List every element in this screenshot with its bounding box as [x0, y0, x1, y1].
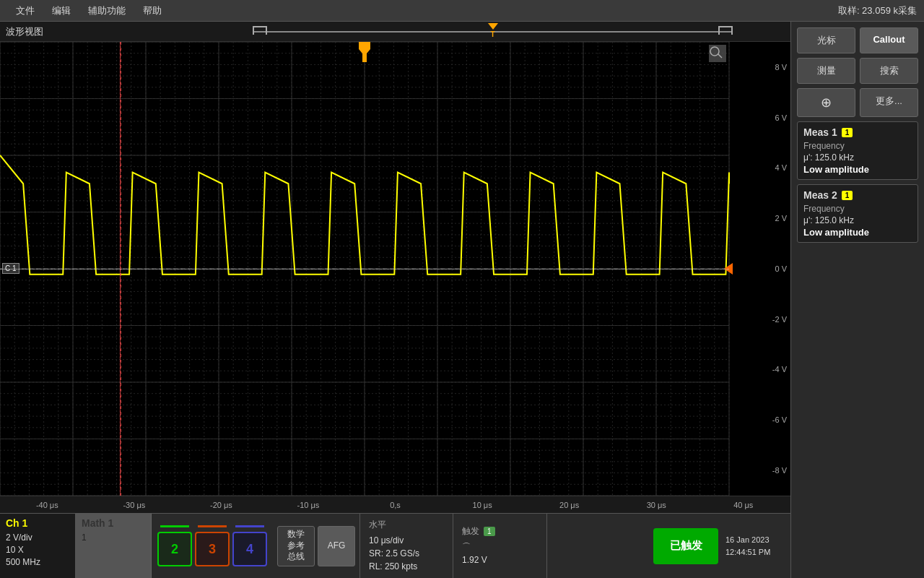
- trigger-header: 触发 1: [462, 525, 538, 538]
- datetime-box: 16 Jan 2023 12:44:51 PM: [718, 514, 790, 578]
- triggered-button[interactable]: 已触发: [653, 528, 718, 564]
- meas1-badge: 1: [842, 128, 853, 137]
- math1-tab[interactable]: Math 1 1: [76, 514, 152, 578]
- horizontal-label: 水平: [369, 519, 444, 531]
- math-ref-bus-button[interactable]: 数学 参考 总线: [277, 526, 315, 566]
- trigger-icon: ⌒: [462, 540, 538, 553]
- ch4-line: [235, 525, 264, 527]
- trigger-label: 触发: [462, 525, 479, 538]
- x-label-0: 0,s: [352, 501, 439, 509]
- menu-auxiliary[interactable]: 辅助功能: [79, 0, 134, 21]
- ch1-bw: 500 MHz: [6, 556, 69, 569]
- search-button[interactable]: 搜索: [860, 58, 918, 84]
- channel-buttons: 2 3 4: [152, 514, 273, 578]
- third-row-buttons: ⊕ 更多...: [797, 88, 918, 117]
- meas1-warn: Low amplitude: [803, 164, 912, 175]
- horizontal-sr: SR: 2.5 GS/s: [369, 547, 444, 560]
- horizontal-info: 水平 10 μs/div SR: 2.5 GS/s RL: 250 kpts: [359, 514, 453, 578]
- afg-button[interactable]: AFG: [318, 526, 355, 566]
- scope-area: 波形视图 T: [0, 22, 790, 578]
- ch1-coupling: 10 X: [6, 544, 69, 556]
- x-label-10: 10 μs: [439, 501, 526, 509]
- ch1-label: Ch 1: [6, 517, 69, 529]
- c1-zero-line: [0, 269, 729, 269]
- ch2-line: [160, 525, 189, 527]
- x-label-n40: -40 μs: [4, 501, 91, 509]
- meas2-badge: 1: [842, 191, 853, 200]
- meas1-panel: Meas 1 1 Frequency μ': 125.0 kHz Low amp…: [797, 121, 918, 180]
- trigger-badge: 1: [484, 527, 495, 536]
- zoom-icon: ⊕: [821, 95, 832, 111]
- right-panel: 光标 Callout 测量 搜索 ⊕ 更多... Meas 1 1 Freque…: [790, 22, 924, 578]
- ch1-vdiv: 2 V/div: [6, 532, 69, 544]
- waveform-title: 波形视图: [6, 25, 43, 38]
- menu-bar: 文件 编辑 辅助功能 帮助 取样: 23.059 k采集: [0, 0, 924, 22]
- ch2-button[interactable]: 2: [157, 532, 192, 566]
- ch3-line: [198, 525, 227, 527]
- math1-label: Math 1: [82, 517, 145, 529]
- more-button[interactable]: 更多...: [860, 88, 918, 117]
- waveform-header: 波形视图 T: [0, 22, 790, 42]
- x-label-30: 30 μs: [613, 501, 700, 509]
- ch1-tab[interactable]: Ch 1 2 V/div 10 X 500 MHz: [0, 514, 76, 578]
- menu-file[interactable]: 文件: [7, 0, 43, 21]
- cursor-button[interactable]: 光标: [797, 27, 855, 53]
- channel-tabs: Ch 1 2 V/div 10 X 500 MHz Math 1 1 2: [0, 513, 790, 578]
- x-label-n20: -20 μs: [178, 501, 265, 509]
- menu-help[interactable]: 帮助: [134, 0, 170, 21]
- sample-info: 取样: 23.059 k采集: [838, 4, 917, 17]
- horizontal-rl: RL: 250 kpts: [369, 560, 444, 573]
- math1-value: 1: [82, 532, 145, 544]
- ch4-button[interactable]: 4: [232, 532, 267, 566]
- meas2-param-label: Frequency: [803, 204, 845, 214]
- main-layout: 波形视图 T: [0, 22, 924, 578]
- trigger-info: 触发 1 ⌒ 1.92 V: [453, 514, 547, 578]
- triggered-button-container: 已触发: [653, 514, 718, 578]
- meas1-param-row: Frequency: [803, 141, 912, 151]
- datetime-time: 12:44:51 PM: [725, 546, 783, 558]
- x-axis-bar: -40 μs -30 μs -20 μs -10 μs 0,s 10 μs 20…: [0, 496, 790, 513]
- meas2-title: Meas 2: [803, 189, 837, 201]
- trigger-t-indicator: T: [490, 30, 494, 38]
- trigger-level: 1.92 V: [462, 553, 538, 566]
- x-label-n30: -30 μs: [91, 501, 178, 509]
- meas1-param-label: Frequency: [803, 141, 845, 151]
- meas1-param-value: μ': 125.0 kHz: [803, 152, 912, 163]
- func-buttons: 数学 参考 总线 AFG: [273, 514, 359, 578]
- right-second-buttons: 测量 搜索: [797, 58, 918, 84]
- meas2-panel: Meas 2 1 Frequency μ': 125.0 kHz Low amp…: [797, 184, 918, 243]
- horizontal-div: 10 μs/div: [369, 534, 444, 547]
- datetime-date: 16 Jan 2023: [725, 534, 783, 546]
- callout-button[interactable]: Callout: [860, 27, 918, 53]
- right-top-buttons: 光标 Callout: [797, 27, 918, 53]
- meas2-param-value: μ': 125.0 kHz: [803, 215, 912, 225]
- meas2-header: Meas 2 1: [803, 189, 912, 201]
- meas1-header: Meas 1 1: [803, 126, 912, 138]
- menu-edit[interactable]: 编辑: [43, 0, 79, 21]
- meas1-title: Meas 1: [803, 126, 837, 138]
- grid-container[interactable]: 8 V 6 V 4 V 2 V 0 V -2 V -4 V -6 V -8 V …: [0, 42, 790, 496]
- meas2-warn: Low amplitude: [803, 227, 912, 238]
- ch3-button[interactable]: 3: [195, 532, 230, 566]
- x-label-n10: -10 μs: [265, 501, 352, 509]
- measure-button[interactable]: 测量: [797, 58, 855, 84]
- zoom-button[interactable]: ⊕: [797, 88, 855, 117]
- x-label-20: 20 μs: [526, 501, 613, 509]
- x-label-40: 40 μs: [700, 501, 788, 509]
- meas2-param-row: Frequency: [803, 204, 912, 214]
